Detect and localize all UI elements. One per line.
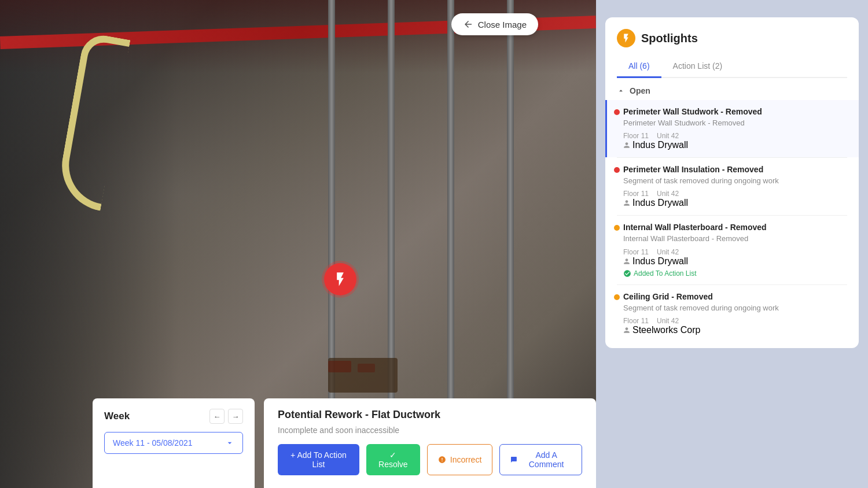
list-item[interactable]: Perimeter Wall Insulation - Removed Segm… bbox=[605, 158, 859, 215]
right-panel: Spotlights All (6) Action List (2) Open bbox=[596, 0, 868, 488]
hose bbox=[55, 32, 131, 210]
added-label: Added To Action List bbox=[634, 269, 697, 278]
chevron-down-icon bbox=[225, 438, 234, 448]
info-panel-title: Potential Rework - Flat Ductwork bbox=[278, 409, 582, 421]
resolve-button[interactable]: ✓ Resolve bbox=[366, 444, 420, 475]
user-name: Indus Drywall bbox=[632, 198, 688, 208]
list-item[interactable]: Internal Wall Plasterboard - Removed Int… bbox=[605, 216, 859, 284]
image-area: Close Image Week ← → Week 11 - 05/08/202… bbox=[0, 0, 596, 488]
alert-marker[interactable] bbox=[324, 263, 356, 295]
spotlights-title: Spotlights bbox=[641, 32, 698, 45]
check-circle-icon bbox=[623, 269, 631, 278]
item-location: Floor 11 Unit 42 bbox=[623, 248, 679, 256]
unit-label: Unit 42 bbox=[657, 317, 679, 325]
week-title-row: Week ← → bbox=[104, 409, 243, 424]
spotlights-card: Spotlights All (6) Action List (2) Open bbox=[605, 17, 859, 348]
user-icon bbox=[623, 327, 630, 334]
lightning-icon bbox=[332, 271, 348, 287]
item-user: Indus Drywall bbox=[623, 198, 847, 208]
section-header-open[interactable]: Open bbox=[605, 78, 859, 100]
incorrect-button[interactable]: Incorrect bbox=[427, 444, 492, 475]
item-location: Floor 11 Unit 42 bbox=[623, 190, 679, 198]
resolve-label: ✓ Resolve bbox=[377, 450, 410, 469]
week-prev-button[interactable]: ← bbox=[209, 409, 225, 424]
comment-icon bbox=[510, 456, 517, 464]
week-nav: ← → bbox=[209, 409, 243, 424]
unit-label: Unit 42 bbox=[657, 132, 679, 140]
item-user: Steelworks Corp bbox=[623, 325, 847, 335]
tabs-row: All (6) Action List (2) bbox=[617, 56, 847, 78]
floor-label: Floor 11 bbox=[623, 248, 649, 256]
chevron-up-icon bbox=[617, 87, 625, 95]
status-dot-red bbox=[614, 167, 620, 173]
floor-label: Floor 11 bbox=[623, 132, 649, 140]
item-title: Perimeter Wall Studwork - Removed bbox=[623, 107, 847, 116]
close-image-button[interactable]: Close Image bbox=[451, 13, 538, 35]
incorrect-icon bbox=[438, 456, 446, 464]
item-desc: Perimeter Wall Studwork - Removed bbox=[623, 118, 847, 128]
list-item[interactable]: Ceiling Grid - Removed Segment of task r… bbox=[605, 285, 859, 342]
tab-action-list[interactable]: Action List (2) bbox=[661, 56, 734, 78]
item-user: Indus Drywall bbox=[623, 140, 847, 150]
user-name: Indus Drywall bbox=[632, 256, 688, 267]
item-title: Internal Wall Plasterboard - Removed bbox=[623, 223, 847, 232]
box-pile bbox=[328, 358, 398, 393]
item-location: Floor 11 Unit 42 bbox=[623, 317, 679, 325]
user-icon bbox=[623, 199, 630, 206]
item-user: Indus Drywall bbox=[623, 256, 847, 267]
bottom-panel: Week ← → Week 11 - 05/08/2021 Potential … bbox=[0, 398, 596, 488]
section-open-label: Open bbox=[630, 86, 650, 95]
added-to-action-list-badge: Added To Action List bbox=[623, 269, 847, 278]
close-image-label: Close Image bbox=[478, 20, 527, 29]
item-meta: Floor 11 Unit 42 bbox=[623, 190, 847, 198]
user-icon bbox=[623, 258, 630, 265]
incorrect-label: Incorrect bbox=[450, 455, 481, 464]
item-meta: Floor 11 Unit 42 bbox=[623, 317, 847, 325]
info-panel: Potential Rework - Flat Ductwork Incompl… bbox=[264, 398, 596, 488]
user-icon bbox=[623, 142, 630, 149]
user-name: Indus Drywall bbox=[632, 140, 688, 150]
user-name: Steelworks Corp bbox=[632, 325, 700, 335]
unit-label: Unit 42 bbox=[657, 248, 679, 256]
status-dot-orange bbox=[614, 225, 620, 231]
item-location: Floor 11 Unit 42 bbox=[623, 132, 679, 140]
tab-all[interactable]: All (6) bbox=[617, 56, 661, 78]
spotlights-header: Spotlights bbox=[605, 17, 859, 47]
week-next-button[interactable]: → bbox=[228, 409, 243, 424]
back-arrow-icon bbox=[463, 19, 473, 29]
item-meta: Floor 11 Unit 42 bbox=[623, 132, 847, 140]
unit-label: Unit 42 bbox=[657, 190, 679, 198]
week-label: Week bbox=[104, 411, 130, 422]
item-title: Perimeter Wall Insulation - Removed bbox=[623, 165, 847, 174]
floor-label: Floor 11 bbox=[623, 317, 649, 325]
week-select-value: Week 11 - 05/08/2021 bbox=[113, 438, 193, 448]
add-to-action-list-button[interactable]: + Add To Action List bbox=[278, 444, 359, 475]
item-title: Ceiling Grid - Removed bbox=[623, 292, 847, 301]
spotlight-icon bbox=[617, 29, 635, 47]
item-desc: Segment of task removed during ongoing w… bbox=[623, 303, 847, 313]
spotlights-body: Open Perimeter Wall Studwork - Removed P… bbox=[605, 78, 859, 348]
item-desc: Segment of task removed during ongoing w… bbox=[623, 176, 847, 186]
week-select[interactable]: Week 11 - 05/08/2021 bbox=[104, 432, 243, 454]
add-to-action-list-label: + Add To Action List bbox=[288, 450, 349, 469]
info-panel-subtitle: Incomplete and soon inaccessible bbox=[278, 426, 582, 435]
week-panel: Week ← → Week 11 - 05/08/2021 bbox=[93, 398, 255, 488]
action-buttons: + Add To Action List ✓ Resolve Incorrect… bbox=[278, 444, 582, 475]
add-comment-label: Add A Comment bbox=[521, 450, 571, 469]
floor-label: Floor 11 bbox=[623, 190, 649, 198]
add-comment-button[interactable]: Add A Comment bbox=[499, 444, 582, 475]
status-dot-red bbox=[614, 109, 620, 115]
status-dot-orange bbox=[614, 294, 620, 300]
list-item[interactable]: Perimeter Wall Studwork - Removed Perime… bbox=[605, 100, 859, 157]
item-desc: Internal Wall Plasterboard - Removed bbox=[623, 234, 847, 244]
item-meta: Floor 11 Unit 42 bbox=[623, 248, 847, 256]
bolt-icon bbox=[621, 33, 631, 43]
